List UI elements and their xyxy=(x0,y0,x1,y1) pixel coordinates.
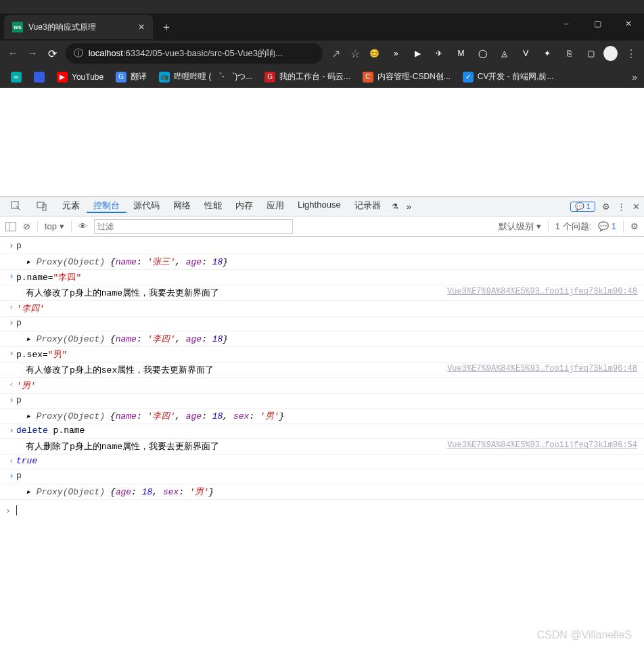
bookmark-favicon: ▶ xyxy=(57,72,68,83)
devtools-menu-icon[interactable]: ⋮ xyxy=(617,202,626,212)
forward-button[interactable]: → xyxy=(26,47,39,60)
new-tab-button[interactable]: ＋ xyxy=(161,20,172,34)
webstorm-icon: WS xyxy=(12,22,23,32)
source-link[interactable]: Vue3%E7%9A%84%E5%93…foo1ijfeq73klm96:48 xyxy=(447,287,637,296)
watermark: CSDN @VillanelleS xyxy=(537,629,632,641)
console-row: ›p xyxy=(0,394,644,409)
devtools-tab[interactable]: 控制台 xyxy=(87,200,127,213)
console-row: ‹'男' xyxy=(0,378,644,394)
extension-icon[interactable]: ✦ xyxy=(541,47,553,60)
window-close-button[interactable]: ✕ xyxy=(613,14,644,34)
profile-avatar[interactable] xyxy=(603,46,618,61)
window-maximize-button[interactable]: ▢ xyxy=(582,14,613,34)
live-expression-icon[interactable]: 👁 xyxy=(78,221,87,231)
console-row: ▸ Proxy(Object) {name: '张三', age: 18} xyxy=(0,254,644,270)
devtools-tab[interactable]: 元素 xyxy=(55,200,87,212)
extension-icon[interactable]: ◬ xyxy=(498,47,510,60)
devtools-more-tabs[interactable]: » xyxy=(400,197,418,216)
devtools-settings-icon[interactable]: ⚙ xyxy=(602,202,610,212)
bookmark-overflow-button[interactable]: » xyxy=(632,72,637,83)
console-filter-input[interactable] xyxy=(94,219,293,234)
experimental-icon: ⚗ xyxy=(392,202,398,211)
console-row: ›p xyxy=(0,239,644,254)
extension-icon[interactable]: » xyxy=(390,47,402,60)
console-row: ›delete p.name xyxy=(0,424,644,439)
share-icon[interactable]: ↗ xyxy=(329,47,342,60)
window-minimize-button[interactable]: – xyxy=(551,14,582,34)
devtools-close-icon[interactable]: ✕ xyxy=(632,202,640,212)
url-input[interactable]: ⓘ localhost:63342/05-vue3-basic/src-05-V… xyxy=(66,43,323,64)
bookmark-item[interactable]: ✓CV开发 - 前端网,前... xyxy=(459,71,558,83)
source-link[interactable]: Vue3%E7%9A%84%E5%93…foo1ijfeq73klm96:48 xyxy=(447,364,637,373)
bookmark-item[interactable]: ▶YouTube xyxy=(53,71,108,83)
inspect-element-icon[interactable] xyxy=(4,197,28,216)
extension-icon[interactable]: ▢ xyxy=(584,47,597,60)
extension-icon[interactable]: ◯ xyxy=(476,47,488,60)
console-row: ›p.sex="男" xyxy=(0,347,644,363)
extension-icon[interactable]: ✈ xyxy=(433,47,445,60)
bookmark-label: 翻译 xyxy=(131,71,147,83)
bookmark-favicon: 📺 xyxy=(159,72,170,83)
bookmark-item[interactable]: G翻译 xyxy=(112,71,151,83)
devtools-tab[interactable]: 内存 xyxy=(229,200,260,212)
bookmark-item[interactable]: G我的工作台 - 码云... xyxy=(260,71,354,83)
input-cursor xyxy=(16,505,17,515)
console-row: ›p.name="李四" xyxy=(0,270,644,285)
clear-console-icon[interactable]: ⊘ xyxy=(23,221,30,231)
bookmark-item[interactable]: 📺哔哩哔哩 ( ゜- ゜)つ... xyxy=(155,71,256,83)
log-level-selector[interactable]: 默认级别 ▾ xyxy=(499,221,541,233)
console-prompt[interactable]: › xyxy=(0,503,644,518)
browser-menu-button[interactable]: ⋮ xyxy=(624,47,637,60)
bookmark-item[interactable]: 🐾 xyxy=(30,71,49,83)
bookmark-star-icon[interactable]: ☆ xyxy=(349,47,362,60)
bookmark-label: YouTube xyxy=(72,72,104,82)
bookmark-item[interactable]: C内容管理-CSDN创... xyxy=(359,71,455,83)
site-info-icon[interactable]: ⓘ xyxy=(74,47,83,60)
console-row: ▸ Proxy(Object) {age: 18, sex: '男'} xyxy=(0,484,644,500)
tab-close-icon[interactable]: ✕ xyxy=(138,22,145,32)
tab-title: Vue3的响应式原理 xyxy=(28,22,133,33)
devtools-tab[interactable]: 源代码 xyxy=(127,200,166,212)
bookmark-favicon: C xyxy=(363,72,373,83)
extension-icon[interactable]: ▶ xyxy=(411,47,423,60)
console-row: ‹'李四' xyxy=(0,301,644,317)
issue-count-badge[interactable]: 💬 1 xyxy=(570,202,595,212)
extension-icon[interactable]: M xyxy=(455,47,467,60)
console-row: ▸ Proxy(Object) {name: '李四', age: 18, se… xyxy=(0,409,644,424)
issues-link[interactable]: 💬 1 xyxy=(598,221,616,231)
back-button[interactable]: ← xyxy=(7,47,20,60)
bookmark-item[interactable]: ∞ xyxy=(7,71,26,83)
bookmark-bar: ∞🐾▶YouTubeG翻译📺哔哩哔哩 ( ゜- ゜)つ...G我的工作台 - 码… xyxy=(0,66,644,88)
reload-button[interactable]: ⟳ xyxy=(46,47,59,60)
extension-icon[interactable]: V xyxy=(520,47,532,60)
address-bar: ← → ⟳ ⓘ localhost:63342/05-vue3-basic/sr… xyxy=(0,41,644,66)
bookmark-label: 哔哩哔哩 ( ゜- ゜)つ... xyxy=(174,71,252,83)
device-toggle-icon[interactable] xyxy=(30,197,54,216)
context-selector[interactable]: top ▾ xyxy=(45,221,64,231)
bookmark-favicon: ∞ xyxy=(11,72,22,83)
devtools-tab[interactable]: 记录器 xyxy=(348,200,388,212)
console-row: ›p xyxy=(0,469,644,484)
devtools-tab-bar: 元素控制台源代码网络性能内存应用Lighthouse记录器 ⚗ » 💬 1 ⚙ … xyxy=(0,196,644,216)
console-toolbar: ⊘ top ▾ 👁 默认级别 ▾ 1 个问题: 💬 1 ⚙ xyxy=(0,216,644,237)
browser-tab[interactable]: WS Vue3的响应式原理 ✕ xyxy=(4,15,153,39)
page-content xyxy=(0,88,644,196)
extension-icon[interactable]: ⎘ xyxy=(563,47,575,60)
extension-icon[interactable]: 😊 xyxy=(368,47,380,60)
bookmark-label: 内容管理-CSDN创... xyxy=(377,71,451,83)
console-sidebar-icon[interactable] xyxy=(5,222,16,231)
console-row: ▸ Proxy(Object) {name: '李四', age: 18} xyxy=(0,331,644,347)
devtools-tab[interactable]: 网络 xyxy=(166,200,198,212)
url-text: localhost:63342/05-vue3-basic/src-05-Vue… xyxy=(89,47,283,60)
source-link[interactable]: Vue3%E7%9A%84%E5%93…foo1ijfeq73klm96:54 xyxy=(447,440,637,450)
devtools-tab[interactable]: 性能 xyxy=(198,200,229,212)
bookmark-label: CV开发 - 前端网,前... xyxy=(478,71,554,83)
console-settings-icon[interactable]: ⚙ xyxy=(630,221,639,231)
console-row: 有人删除了p身上的name属性，我要去更新界面了Vue3%E7%9A%84%E5… xyxy=(0,439,644,455)
prompt-chevron-icon: › xyxy=(7,506,16,515)
bookmark-favicon: 🐾 xyxy=(34,72,45,83)
bookmark-label: 我的工作台 - 码云... xyxy=(279,71,350,83)
devtools-tab[interactable]: 应用 xyxy=(260,200,291,212)
devtools-tab[interactable]: Lighthouse xyxy=(291,200,348,210)
console-output: ›p▸ Proxy(Object) {name: '张三', age: 18}›… xyxy=(0,237,644,503)
